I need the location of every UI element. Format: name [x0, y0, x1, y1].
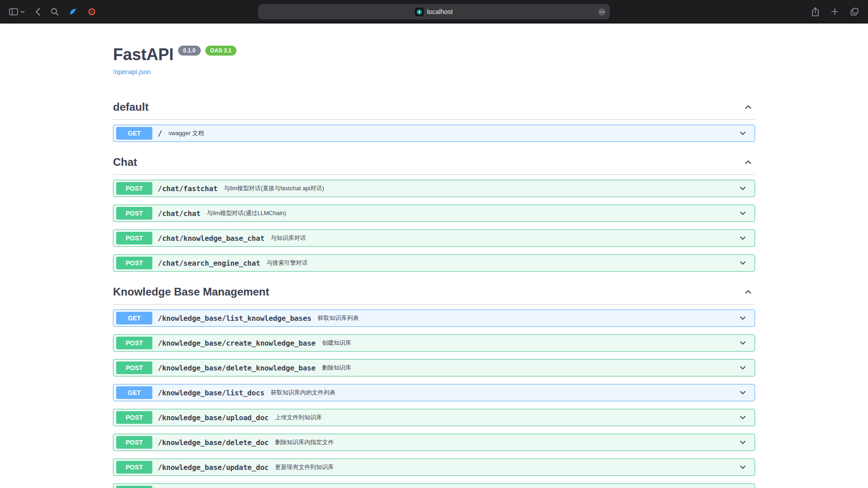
back-button[interactable]	[34, 7, 41, 17]
endpoint-list: GET /knowledge_base/list_knowledge_bases…	[113, 310, 755, 488]
endpoint-row[interactable]: POST /knowledge_base/delete_doc 删除知识库内指定…	[113, 434, 755, 451]
endpoint-description: 上传文件到知识库	[275, 413, 322, 422]
endpoint-path: /chat/fastchat	[158, 184, 217, 193]
expand-endpoint-button[interactable]	[736, 436, 749, 449]
endpoint-row[interactable]: POST /knowledge_base/delete_knowledge_ba…	[113, 359, 755, 376]
api-sections: default GET / swagger 文档 Chat POST /chat…	[113, 100, 755, 488]
endpoint-row[interactable]: GET / swagger 文档	[113, 125, 755, 142]
expand-endpoint-button[interactable]	[736, 232, 749, 244]
method-badge: POST	[116, 411, 152, 424]
endpoint-row[interactable]: POST /knowledge_base/update_doc 更新现有文件到知…	[113, 459, 755, 476]
chevron-down-icon	[738, 314, 747, 323]
chevron-down-icon	[738, 363, 747, 372]
share-button[interactable]	[810, 6, 821, 18]
endpoint-row[interactable]: POST /chat/knowledge_base_chat 与知识库对话	[113, 230, 755, 247]
orange-extension-icon	[88, 8, 96, 16]
toolbar-right-group	[810, 6, 860, 18]
expand-endpoint-button[interactable]	[736, 486, 749, 488]
back-chevron-icon	[35, 8, 40, 16]
address-bar-url: localhost	[427, 8, 453, 15]
new-tab-button[interactable]	[830, 7, 840, 16]
site-favicon	[415, 8, 424, 16]
method-badge: GET	[116, 386, 152, 399]
expand-endpoint-button[interactable]	[736, 182, 749, 195]
endpoint-row[interactable]: GET /knowledge_base/list_docs 获取知识库内的文件列…	[113, 384, 755, 401]
method-badge: GET	[116, 127, 152, 140]
section-header[interactable]: default	[113, 100, 755, 120]
page-title-row: FastAPI 0.1.0 OAS 3.1	[113, 45, 755, 64]
blue-extension-icon	[69, 8, 77, 16]
endpoint-row[interactable]: POST /knowledge_base/upload_doc 上传文件到知识库	[113, 409, 755, 426]
method-badge: POST	[116, 207, 152, 220]
endpoint-path: /knowledge_base/create_knowledge_base	[158, 339, 316, 347]
expand-endpoint-button[interactable]	[736, 461, 749, 474]
method-badge: GET	[116, 312, 152, 324]
ellipsis-circle-icon	[598, 8, 606, 16]
expand-endpoint-button[interactable]	[736, 257, 749, 269]
endpoint-path: /knowledge_base/upload_doc	[158, 413, 269, 422]
expand-endpoint-button[interactable]	[736, 312, 749, 324]
endpoint-description: 与llm模型对话(通过LLMChain)	[207, 209, 286, 217]
blue-extension-button[interactable]	[68, 7, 78, 17]
address-bar[interactable]: localhost	[258, 4, 610, 19]
endpoint-row[interactable]: GET /knowledge_base/list_knowledge_bases…	[113, 310, 755, 327]
toolbar-left-group	[8, 7, 97, 17]
endpoint-row[interactable]: POST /knowledge_base/create_knowledge_ba…	[113, 334, 755, 352]
endpoint-description: 获取知识库内的文件列表	[271, 389, 335, 397]
endpoint-path: /chat/search_engine_chat	[158, 259, 260, 267]
chevron-down-icon	[738, 463, 747, 472]
version-badge: 0.1.0	[178, 46, 201, 56]
endpoint-description: 删除知识库内指定文件	[275, 438, 334, 446]
oas-badge: OAS 3.1	[205, 46, 236, 56]
orange-extension-button[interactable]	[87, 7, 97, 17]
chevron-up-icon	[743, 102, 753, 112]
endpoint-row[interactable]: POST /chat/search_engine_chat 与搜索引擎对话	[113, 254, 755, 272]
collapse-section-button[interactable]	[741, 155, 755, 169]
endpoint-path: /knowledge_base/list_knowledge_bases	[158, 314, 311, 323]
api-section: Knowledge Base Management GET /knowledge…	[113, 285, 755, 488]
screen: localhost FastAPI 0.1.0 OAS 3.1	[0, 0, 868, 488]
section-header[interactable]: Chat	[113, 155, 755, 175]
expand-endpoint-button[interactable]	[736, 207, 749, 220]
endpoint-description: swagger 文档	[168, 129, 204, 137]
sidebar-toggle-icon	[9, 8, 18, 15]
collapse-section-button[interactable]	[741, 100, 755, 114]
section-header[interactable]: Knowledge Base Management	[113, 285, 755, 305]
page-content: FastAPI 0.1.0 OAS 3.1 /openapi.json defa…	[0, 23, 868, 488]
method-badge: POST	[116, 461, 152, 474]
endpoint-description: 删除知识库	[322, 364, 351, 372]
expand-endpoint-button[interactable]	[736, 361, 749, 374]
openapi-spec-link[interactable]: /openapi.json	[113, 68, 151, 75]
endpoint-description: 更新现有文件到知识库	[275, 463, 334, 471]
plus-icon	[831, 8, 839, 15]
expand-endpoint-button[interactable]	[736, 411, 749, 424]
expand-endpoint-button[interactable]	[736, 386, 749, 399]
browser-toolbar: localhost	[0, 0, 868, 23]
endpoint-description: 与llm模型对话(直接与fastchat api对话)	[224, 184, 324, 192]
search-button[interactable]	[50, 7, 60, 17]
api-section: Chat POST /chat/fastchat 与llm模型对话(直接与fas…	[113, 155, 755, 272]
endpoint-row[interactable]: POST /knowledge_base/recreate_vector_sto…	[113, 483, 755, 488]
endpoint-description: 与知识库对话	[271, 234, 306, 242]
endpoint-path: /knowledge_base/delete_doc	[158, 438, 269, 447]
endpoint-row[interactable]: POST /chat/fastchat 与llm模型对话(直接与fastchat…	[113, 180, 755, 197]
endpoint-description: 创建知识库	[322, 339, 351, 347]
collapse-section-button[interactable]	[741, 285, 755, 299]
method-badge: POST	[116, 232, 152, 244]
method-badge: POST	[116, 182, 152, 195]
endpoint-row[interactable]: POST /chat/chat 与llm模型对话(通过LLMChain)	[113, 205, 755, 222]
search-icon	[51, 8, 59, 16]
tab-overview-button[interactable]	[849, 6, 860, 17]
section-title: default	[113, 101, 149, 113]
page-menu-button[interactable]	[598, 8, 606, 16]
expand-endpoint-button[interactable]	[736, 337, 749, 349]
sidebar-toggle-button[interactable]	[8, 7, 26, 16]
expand-endpoint-button[interactable]	[736, 127, 749, 140]
method-badge: POST	[116, 337, 152, 349]
endpoint-description: 与搜索引擎对话	[266, 259, 307, 267]
section-title: Chat	[113, 156, 137, 169]
chevron-down-icon	[738, 438, 747, 447]
endpoint-list: GET / swagger 文档	[113, 125, 755, 142]
section-title: Knowledge Base Management	[113, 286, 269, 298]
chevron-down-icon	[738, 234, 747, 243]
